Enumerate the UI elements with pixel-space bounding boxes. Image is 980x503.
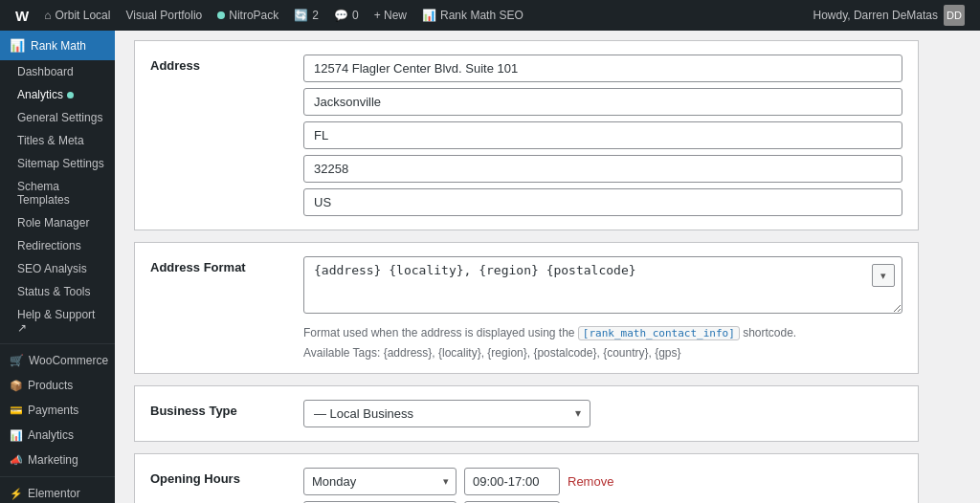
hours-row-monday: Monday Tuesday Wednesday Thursday Friday… [303,468,902,495]
business-type-label: Business Type [150,400,303,418]
new-button[interactable]: + New [367,0,414,31]
sidebar-item-dashboard[interactable]: Dashboard [0,60,115,83]
business-type-select-wrap: — Local Business Animal Shelter Automoti… [303,400,590,427]
address-format-tags: Available Tags: {address}, {locality}, {… [303,346,902,360]
monday-remove-button[interactable]: Remove [568,474,613,489]
admin-bar: W ⌂ Orbit Local site-name Visual Portfol… [0,0,980,31]
user-greeting: Howdy, Darren DeMatas DD [806,5,973,26]
sidebar-item-marketing[interactable]: 📣 Marketing [0,448,115,472]
sidebar-item-analytics[interactable]: Analytics [0,83,115,106]
nitropack-status-dot [217,11,225,19]
address-format-row: Address Format {address} {locality}, {re… [135,243,918,373]
address-format-help: Format used when the address is displaye… [303,324,902,342]
address-format-section: Address Format {address} {locality}, {re… [134,242,919,374]
main-content: Address Address Format {a [115,31,980,503]
sidebar-item-seo-analysis[interactable]: SEO Analysis [0,257,115,280]
monday-day-select-wrap: Monday Tuesday Wednesday Thursday Friday… [303,468,457,495]
sidebar-item-redirections[interactable]: Redirections [0,234,115,257]
sidebar-item-payments[interactable]: 💳 Payments [0,398,115,423]
sidebar-item-analytics-woo[interactable]: 📊 Analytics [0,423,115,448]
business-type-select[interactable]: — Local Business Animal Shelter Automoti… [303,400,590,427]
country-input[interactable] [303,188,902,216]
avatar: DD [944,5,965,26]
menu-divider-2 [0,476,115,477]
analytics-status-dot [67,92,74,98]
rank-math-icon: 📊 [10,38,25,53]
rank-math-seo[interactable]: 📊 Rank Math SEO [414,0,531,31]
city-input[interactable] [303,88,902,116]
sidebar-item-sitemap-settings[interactable]: Sitemap Settings [0,152,115,175]
address-format-label: Address Format [150,256,303,274]
zip-input[interactable] [303,155,902,183]
comment-icon: 💬 [334,9,348,22]
opening-hours-section: Opening Hours Monday Tuesday Wednesday T… [134,453,919,504]
sidebar-item-woocommerce[interactable]: 🛒 WooCommerce [0,348,115,373]
rank-math-menu-header[interactable]: 📊 Rank Math [0,31,115,60]
sidebar-item-status-tools[interactable]: Status & Tools [0,280,115,303]
comments-count[interactable]: 💬 0 [326,0,367,31]
address-label: Address [150,55,303,73]
sidebar-item-titles-meta[interactable]: Titles & Meta [0,129,115,152]
sidebar: 📊 Rank Math Dashboard Analytics General … [0,31,115,503]
shortcode-badge: [rank_math_contact_info] [578,326,740,340]
sidebar-item-role-manager[interactable]: Role Manager [0,211,115,234]
sidebar-item-help-support[interactable]: Help & Support ↗ [0,303,115,339]
opening-hours-row: Opening Hours Monday Tuesday Wednesday T… [135,454,918,504]
marketing-icon: 📣 [10,454,23,467]
business-type-field: — Local Business Animal Shelter Automoti… [303,400,902,427]
business-type-row: Business Type — Local Business Animal Sh… [135,386,918,441]
address-format-arrow[interactable]: ▾ [872,264,895,287]
state-input[interactable] [303,121,902,149]
sidebar-item-general-settings[interactable]: General Settings [0,106,115,129]
site-name[interactable]: ⌂ Orbit Local [36,0,118,31]
business-type-section: Business Type — Local Business Animal Sh… [134,385,919,442]
updates-count[interactable]: 🔄 2 [286,0,326,31]
address-format-field: {address} {locality}, {region} {postalco… [303,256,902,360]
sidebar-item-elementor[interactable]: ⚡ Elementor [0,481,115,503]
address-row: Address [135,41,918,230]
address-format-input[interactable]: {address} {locality}, {region} {postalco… [303,256,902,314]
monday-time-input[interactable] [464,468,560,495]
nitropack[interactable]: NitroPack [210,0,286,31]
elementor-icon: ⚡ [10,488,23,500]
opening-hours-field: Monday Tuesday Wednesday Thursday Friday… [303,468,902,504]
woocommerce-icon: 🛒 [10,354,24,367]
home-icon: ⌂ [44,9,51,22]
chart-icon: 📊 [422,9,436,22]
analytics-woo-icon: 📊 [10,429,23,442]
refresh-icon: 🔄 [294,9,308,22]
sidebar-item-products[interactable]: 📦 Products [0,373,115,398]
products-icon: 📦 [10,380,23,392]
address-fields [303,55,902,216]
opening-hours-label: Opening Hours [150,468,303,486]
street-input[interactable] [303,55,902,82]
monday-day-select[interactable]: Monday Tuesday Wednesday Thursday Friday… [303,468,457,495]
address-format-wrap: {address} {locality}, {region} {postalco… [303,256,902,317]
visual-portfolio[interactable]: site-name Visual Portfolio [118,0,210,31]
payments-icon: 💳 [10,405,23,417]
address-section: Address [134,40,919,230]
wp-logo[interactable]: W [8,0,36,31]
sidebar-item-schema-templates[interactable]: Schema Templates [0,175,115,211]
menu-divider-1 [0,343,115,344]
